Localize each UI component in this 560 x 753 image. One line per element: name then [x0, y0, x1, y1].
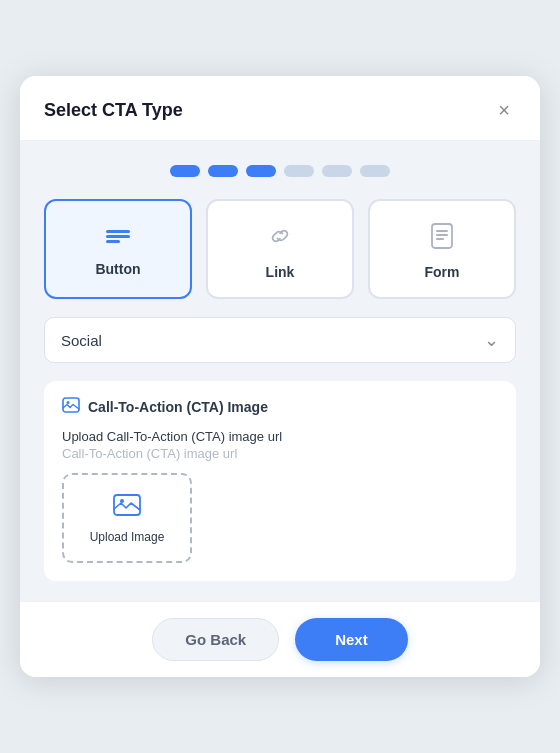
cta-image-url-label: Upload Call-To-Action (CTA) image url — [62, 429, 498, 444]
step-dot-1 — [170, 165, 200, 177]
button-icon — [104, 225, 132, 251]
cta-card-button[interactable]: Button — [44, 199, 192, 299]
link-icon — [266, 222, 294, 254]
cta-card-button-label: Button — [95, 261, 140, 277]
step-dot-2 — [208, 165, 238, 177]
svg-rect-4 — [436, 230, 448, 232]
upload-image-box[interactable]: Upload Image — [62, 473, 192, 563]
svg-rect-5 — [436, 234, 448, 236]
modal: Select CTA Type × Butto — [20, 76, 540, 677]
modal-body: Button Link — [20, 141, 540, 601]
upload-icon — [113, 492, 141, 522]
next-button[interactable]: Next — [295, 618, 408, 661]
step-dot-4 — [284, 165, 314, 177]
close-button[interactable]: × — [492, 98, 516, 122]
go-back-button[interactable]: Go Back — [152, 618, 279, 661]
form-icon — [430, 222, 454, 254]
dropdown-value: Social — [61, 332, 102, 349]
cta-image-header: Call-To-Action (CTA) Image — [62, 397, 498, 417]
svg-rect-1 — [106, 235, 130, 238]
modal-header: Select CTA Type × — [20, 76, 540, 141]
modal-title: Select CTA Type — [44, 100, 183, 121]
svg-rect-6 — [436, 238, 444, 240]
image-header-icon — [62, 397, 80, 417]
cta-card-link-label: Link — [266, 264, 295, 280]
svg-point-8 — [67, 401, 70, 404]
step-dot-5 — [322, 165, 352, 177]
modal-footer: Go Back Next — [20, 601, 540, 677]
step-dot-6 — [360, 165, 390, 177]
svg-rect-2 — [106, 240, 120, 243]
social-dropdown[interactable]: Social ⌄ — [44, 317, 516, 363]
cta-card-form[interactable]: Form — [368, 199, 516, 299]
cta-card-form-label: Form — [425, 264, 460, 280]
chevron-down-icon: ⌄ — [484, 329, 499, 351]
cta-image-section: Call-To-Action (CTA) Image Upload Call-T… — [44, 381, 516, 581]
upload-label: Upload Image — [90, 530, 165, 544]
cta-image-url-placeholder: Call-To-Action (CTA) image url — [62, 446, 498, 461]
step-dot-3 — [246, 165, 276, 177]
cta-cards: Button Link — [44, 199, 516, 299]
svg-rect-0 — [106, 230, 130, 233]
cta-image-section-label: Call-To-Action (CTA) Image — [88, 399, 268, 415]
step-dots — [44, 165, 516, 177]
cta-card-link[interactable]: Link — [206, 199, 354, 299]
